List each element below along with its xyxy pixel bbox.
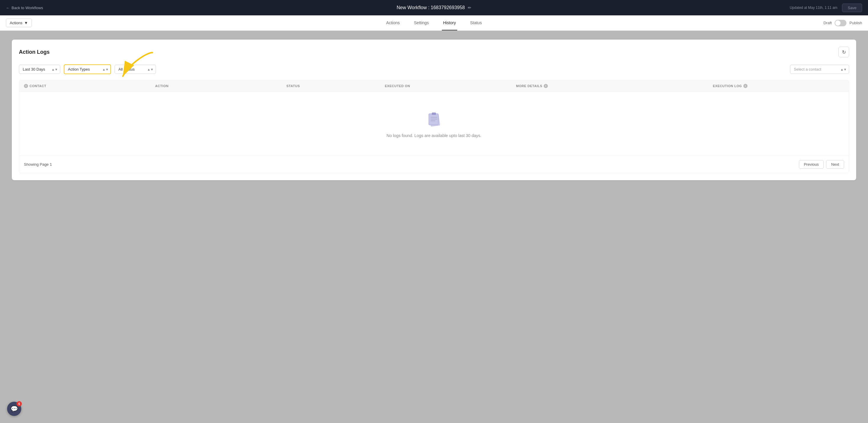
chat-widget[interactable]: 💬 6 xyxy=(7,402,21,416)
topbar-right: Updated at May 11th, 1:11 am Save xyxy=(790,4,862,12)
card-title: Action Logs xyxy=(19,49,50,55)
action-types-wrapper: Action Types Email SMS Wait ▲▼ xyxy=(64,64,111,74)
publish-toggle[interactable] xyxy=(835,20,846,26)
draft-label: Draft xyxy=(824,21,832,25)
page-info: Showing Page 1 xyxy=(24,162,52,167)
workflow-title-text: New Workflow : 1683792693958 xyxy=(397,5,465,10)
tab-actions[interactable]: Actions xyxy=(385,16,401,30)
col-more-details: MORE DETAILS i xyxy=(516,84,713,88)
col-executed-on: EXECUTED ON xyxy=(385,84,516,88)
main-content: Action Logs ↻ Last 30 Days Last 7 Days L… xyxy=(0,31,868,189)
back-to-workflows-link[interactable]: ← Back to Workflows xyxy=(6,6,43,10)
col-executed-on-label: EXECUTED ON xyxy=(385,84,410,88)
contact-select-wrapper: Select a contact ▲▼ xyxy=(790,65,849,74)
edit-icon[interactable]: ✏ xyxy=(468,5,471,10)
card-header: Action Logs ↻ xyxy=(19,47,849,57)
col-more-details-label: MORE DETAILS xyxy=(516,84,542,88)
nav-right: Draft Publish xyxy=(824,20,862,26)
actions-dropdown-label: Actions xyxy=(10,21,23,25)
col-execution-log: EXECUTION LOG i xyxy=(713,84,844,88)
content-card: Action Logs ↻ Last 30 Days Last 7 Days L… xyxy=(12,39,856,180)
back-arrow-icon: ← xyxy=(6,6,10,10)
empty-state-text: No logs found. Logs are available upto l… xyxy=(386,133,482,138)
refresh-button[interactable]: ↻ xyxy=(838,47,849,57)
contact-select[interactable]: Select a contact xyxy=(790,65,849,74)
col-contact: i CONTACT xyxy=(24,84,155,88)
save-button[interactable]: Save xyxy=(842,4,862,12)
date-range-select[interactable]: Last 30 Days Last 7 Days Last 90 Days xyxy=(19,65,60,74)
secondary-nav: Actions ▼ Actions Settings History Statu… xyxy=(0,16,868,31)
col-status: STATUS xyxy=(286,84,385,88)
tab-history[interactable]: History xyxy=(442,16,457,30)
pagination-row: Showing Page 1 Previous Next xyxy=(19,156,849,173)
execution-log-info-icon[interactable]: i xyxy=(743,84,747,88)
chat-badge: 6 xyxy=(17,401,22,406)
updated-timestamp: Updated at May 11th, 1:11 am xyxy=(790,6,837,10)
tab-status[interactable]: Status xyxy=(469,16,483,30)
date-range-wrapper: Last 30 Days Last 7 Days Last 90 Days ▲▼ xyxy=(19,65,60,74)
action-types-select[interactable]: Action Types Email SMS Wait xyxy=(64,64,111,74)
svg-rect-3 xyxy=(432,113,436,115)
top-bar: ← Back to Workflows New Workflow : 16837… xyxy=(0,0,868,16)
col-execution-log-label: EXECUTION LOG xyxy=(713,84,742,88)
table-header: i CONTACT ACTION STATUS EXECUTED ON MORE… xyxy=(19,80,849,92)
empty-clipboard-icon xyxy=(425,110,443,128)
tab-settings[interactable]: Settings xyxy=(413,16,430,30)
publish-label: Publish xyxy=(849,21,862,25)
nav-tabs: Actions Settings History Status xyxy=(385,16,483,30)
empty-state: No logs found. Logs are available upto l… xyxy=(19,92,849,156)
more-details-info-icon[interactable]: i xyxy=(544,84,548,88)
filters-row: Last 30 Days Last 7 Days Last 90 Days ▲▼… xyxy=(19,64,849,74)
actions-dropdown-chevron: ▼ xyxy=(24,21,28,25)
chat-icon: 💬 xyxy=(11,405,18,412)
all-status-select[interactable]: All Status Success Failed Pending xyxy=(115,65,156,74)
col-action: ACTION xyxy=(155,84,286,88)
actions-dropdown[interactable]: Actions ▼ xyxy=(6,19,32,27)
back-link-label: Back to Workflows xyxy=(11,6,43,10)
all-status-wrapper: All Status Success Failed Pending ▲▼ xyxy=(115,65,156,74)
pagination-buttons: Previous Next xyxy=(799,160,844,169)
col-status-label: STATUS xyxy=(286,84,300,88)
workflow-title-container: New Workflow : 1683792693958 ✏ xyxy=(397,5,471,10)
col-action-label: ACTION xyxy=(155,84,168,88)
refresh-icon: ↻ xyxy=(842,49,846,55)
next-button[interactable]: Next xyxy=(826,160,844,169)
contact-info-icon[interactable]: i xyxy=(24,84,28,88)
table-container: i CONTACT ACTION STATUS EXECUTED ON MORE… xyxy=(19,80,849,173)
col-contact-label: CONTACT xyxy=(30,84,46,88)
previous-button[interactable]: Previous xyxy=(799,160,824,169)
